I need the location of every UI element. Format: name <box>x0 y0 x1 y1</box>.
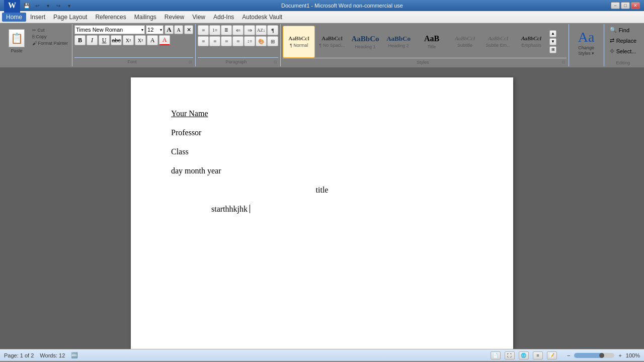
paragraph-row1: ≡ 1≡ ≣ ⇐ ⇒ AZ↓ ¶ <box>198 25 278 35</box>
find-icon: 🔍 <box>610 27 617 33</box>
strikethrough-button[interactable]: abc <box>111 35 122 45</box>
font-size-select[interactable]: 12 ▾ <box>146 25 164 34</box>
menu-references[interactable]: References <box>91 13 130 22</box>
styles-more[interactable]: ⊞ <box>549 46 556 53</box>
align-right-button[interactable]: ≡ <box>221 36 232 46</box>
doc-line-class: Class <box>171 146 473 158</box>
line-spacing-button[interactable]: ↕≡ <box>244 36 255 46</box>
menu-home[interactable]: Home <box>2 13 26 22</box>
web-layout-button[interactable]: 🌐 <box>519 351 529 359</box>
clear-formatting-button[interactable]: ✕ <box>184 25 193 34</box>
multilevel-list-button[interactable]: ≣ <box>221 25 232 35</box>
redo-button[interactable]: ↪ <box>54 2 63 9</box>
status-right: 📄 ⛶ 🌐 ≡ 📝 − + 100% <box>491 351 640 359</box>
title-bar-left: W 💾 ↩ ▾ ↪ ▾ <box>4 0 73 14</box>
style-heading2[interactable]: AaBbCo Heading 2 <box>382 26 415 58</box>
superscript-button[interactable]: X2 <box>135 35 146 45</box>
menu-mailings[interactable]: Mailings <box>130 13 160 22</box>
document-area[interactable]: I Your Name Professor Class day month ye… <box>0 67 644 349</box>
font-size-dropdown-icon: ▾ <box>160 28 162 32</box>
select-icon: ⊹ <box>610 48 614 54</box>
zoom-in-button[interactable]: + <box>618 352 621 358</box>
menu-autodesk[interactable]: Autodesk Vault <box>238 13 286 22</box>
font-name-select[interactable]: Times New Roman ▾ <box>74 25 145 34</box>
print-layout-button[interactable]: 📄 <box>491 351 501 359</box>
align-center-button[interactable]: ≡ <box>209 36 220 46</box>
show-hide-button[interactable]: ¶ <box>267 25 278 35</box>
style-emphasis[interactable]: AaBbCcI Emphasis <box>515 26 547 58</box>
underline-button[interactable]: U <box>99 35 110 45</box>
outline-button[interactable]: ≡ <box>533 351 543 359</box>
paste-icon: 📋 <box>9 29 25 47</box>
replace-label: Replace <box>616 38 636 44</box>
shading-button[interactable]: 🎨 <box>256 36 267 46</box>
find-button[interactable]: 🔍 Find <box>606 25 640 35</box>
bold-button[interactable]: B <box>74 35 86 45</box>
styles-scroll: ▲ ▼ ⊞ <box>548 29 556 54</box>
decrease-indent-button[interactable]: ⇐ <box>232 25 244 35</box>
menu-review[interactable]: Review <box>160 13 188 22</box>
italic-button[interactable]: I <box>87 35 98 45</box>
undo-button[interactable]: ↩ <box>33 2 42 9</box>
copy-button[interactable]: ⎘ Copy <box>30 34 70 40</box>
close-button[interactable]: ✕ <box>631 2 640 9</box>
restore-button[interactable]: □ <box>621 2 630 9</box>
doc-line-professor: Professor <box>171 127 473 139</box>
subscript-button[interactable]: X2 <box>123 35 134 45</box>
align-left-button[interactable]: ≡ <box>198 36 209 46</box>
borders-button[interactable]: ⊞ <box>267 36 278 46</box>
style-no-spacing-preview: AaBbCcI <box>317 35 347 42</box>
style-subtitle[interactable]: AaBbCcI Subtitle <box>449 26 481 58</box>
menu-insert[interactable]: Insert <box>26 13 49 22</box>
styles-expand-icon[interactable]: ⊡ <box>562 60 566 64</box>
document-page[interactable]: Your Name Professor Class day month year… <box>131 77 513 349</box>
font-expand-icon[interactable]: ⊡ <box>189 60 192 64</box>
zoom-thumb <box>599 353 604 358</box>
format-painter-button[interactable]: 🖌 Format Painter <box>30 40 70 46</box>
shrink-font-button[interactable]: A <box>174 25 183 34</box>
menu-page-layout[interactable]: Page Layout <box>49 13 91 22</box>
full-screen-button[interactable]: ⛶ <box>505 351 515 359</box>
grow-font-button[interactable]: A <box>165 25 174 34</box>
zoom-out-button[interactable]: − <box>567 352 570 358</box>
style-normal-label: ¶ Normal <box>290 43 308 48</box>
font-color-button[interactable]: A <box>159 35 170 45</box>
style-normal[interactable]: AaBbCcI ¶ Normal <box>283 26 315 58</box>
replace-button[interactable]: ⇄ Replace <box>606 36 640 45</box>
style-subtle-em[interactable]: AaBbCcI Subtle Em... <box>482 26 514 58</box>
style-no-spacing[interactable]: AaBbCcI ¶ No Spaci... <box>316 26 348 58</box>
paste-label: Paste <box>11 48 22 53</box>
save-button[interactable]: 💾 <box>22 2 31 9</box>
style-no-spacing-label: ¶ No Spaci... <box>319 43 345 48</box>
style-title[interactable]: AaB Title <box>416 26 448 58</box>
menu-view[interactable]: View <box>188 13 209 22</box>
copy-label: Copy <box>36 34 47 39</box>
para-expand-icon[interactable]: ⊡ <box>274 60 277 64</box>
draft-button[interactable]: 📝 <box>547 351 557 359</box>
cut-button[interactable]: ✂ Cut <box>30 27 70 33</box>
sort-button[interactable]: AZ↓ <box>256 25 267 35</box>
qa-dropdown-button[interactable]: ▾ <box>64 2 73 9</box>
style-heading2-label: Heading 2 <box>388 43 409 48</box>
change-styles-button[interactable]: Aa ChangeStyles ▾ <box>578 25 595 56</box>
justify-button[interactable]: ≡ <box>232 36 244 46</box>
highlight-button[interactable]: A <box>147 35 158 45</box>
styles-scroll-up[interactable]: ▲ <box>549 30 556 37</box>
styles-scroll-down[interactable]: ▼ <box>549 38 556 45</box>
undo-dropdown-button[interactable]: ▾ <box>43 2 52 9</box>
zoom-level: 100% <box>626 352 640 358</box>
menu-addins[interactable]: Add-Ins <box>209 13 238 22</box>
cut-icon: ✂ <box>32 28 36 33</box>
increase-indent-button[interactable]: ⇒ <box>244 25 255 35</box>
styles-group: AaBbCcI ¶ Normal AaBbCcI ¶ No Spaci... A… <box>281 24 569 66</box>
bullet-list-button[interactable]: ≡ <box>198 25 209 35</box>
numbered-list-button[interactable]: 1≡ <box>209 25 220 35</box>
style-heading1[interactable]: AaBbCo Heading 1 <box>349 26 381 58</box>
editing-group-label: Editing <box>606 59 640 65</box>
clipboard-small-buttons: ✂ Cut ⎘ Copy 🖌 Format Painter <box>30 25 70 65</box>
cut-label: Cut <box>38 28 45 33</box>
paste-button[interactable]: 📋 Paste <box>4 25 29 57</box>
select-button[interactable]: ⊹ Select... <box>606 46 640 56</box>
minimize-button[interactable]: − <box>611 2 620 9</box>
zoom-slider[interactable] <box>574 353 614 358</box>
